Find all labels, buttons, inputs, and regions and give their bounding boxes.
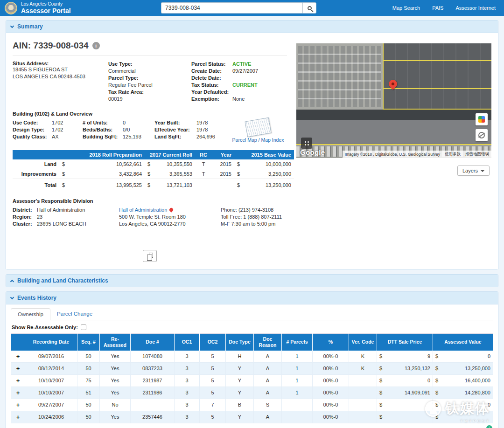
money-cell: $13,995,525: [59, 179, 145, 190]
row-expander-button[interactable]: +: [11, 387, 25, 399]
events-table-body: +09/07/201650Yes107408035HA100%-0K$9$0+0…: [11, 351, 493, 423]
events-cell: S: [254, 399, 282, 411]
copy-row: [13, 250, 287, 262]
field-value: 1978: [196, 120, 208, 125]
money-cell: $9: [377, 351, 433, 363]
field-value: None: [232, 96, 245, 102]
money-value: 13,250,132: [405, 366, 430, 371]
map-road: [296, 110, 491, 120]
field-row: Quality Class:AX: [13, 133, 83, 140]
money-cell: $: [377, 399, 433, 411]
field-value: CURRENT: [232, 82, 258, 88]
events-cell: 50: [77, 351, 100, 363]
map-expand-button[interactable]: [301, 138, 312, 149]
events-cell: [349, 374, 377, 387]
copy-icon: [149, 253, 153, 258]
field-label: Beds/Baths:: [83, 126, 123, 133]
events-cell: Y: [226, 362, 254, 374]
currency-symbol: $: [147, 171, 150, 177]
re-assessable-checkbox[interactable]: [81, 324, 86, 330]
money-cell: $13,250,000: [433, 362, 493, 374]
roll-col-empty: [13, 150, 59, 159]
row-expander-button[interactable]: +: [11, 362, 25, 374]
tab-ownership[interactable]: Ownership: [11, 308, 50, 320]
google-maps-icon: [478, 116, 485, 123]
field-label: Cluster:: [13, 221, 37, 228]
nav-link-assessor-internet[interactable]: Assessor Internet: [455, 5, 496, 11]
row-expander-button[interactable]: +: [11, 374, 25, 387]
nav-link-map-search[interactable]: Map Search: [392, 5, 420, 11]
events-cell: [349, 387, 377, 399]
field-row: Parcel Status:ACTIVE: [191, 61, 287, 68]
map-terms-link[interactable]: 使用条款: [445, 152, 461, 157]
info-icon[interactable]: [92, 42, 100, 49]
events-cell: [131, 399, 175, 411]
parcel-boundary-line: [383, 60, 491, 61]
tab-parcel-change[interactable]: Parcel Change: [50, 308, 99, 320]
events-header-oc2: OC2: [200, 334, 226, 351]
chevron-up-icon: [10, 279, 14, 283]
row-expander-button[interactable]: +: [11, 399, 25, 411]
parcel-map[interactable]: Google Imagery ©2018 , DigitalGlobe, U.S…: [296, 43, 491, 158]
row-expander-button[interactable]: +: [11, 351, 25, 363]
events-cell: [349, 399, 377, 411]
map-tilt-button[interactable]: [476, 129, 488, 141]
layers-button[interactable]: Layers: [457, 166, 490, 176]
map-building-roof: [383, 43, 491, 110]
building-land-title: Building and Land Characteristics: [17, 277, 108, 284]
events-row: +09/27/200750No37BS00%-0$$0: [11, 399, 493, 411]
rc-cell: T: [195, 169, 212, 179]
events-cell: 5: [200, 374, 226, 387]
field-label: Parcel Status:: [191, 61, 232, 68]
google-logo: Google: [300, 148, 325, 156]
money-cell: $3,365,553: [145, 169, 195, 179]
chevron-down-icon: [10, 24, 14, 28]
field-value: 264,696: [196, 134, 215, 139]
copy-button[interactable]: [143, 250, 157, 262]
events-cell: No: [100, 399, 131, 411]
field-row: Create Date:09/27/2007: [191, 68, 287, 75]
events-header-parcels: # Parcels: [282, 334, 313, 351]
field-row: Delete Date:: [191, 75, 287, 82]
money-cell: $10,000,000: [234, 159, 294, 169]
nav-link-pais[interactable]: PAIS: [432, 5, 443, 11]
filter-row: Show Re-Assessable Only:: [11, 320, 493, 333]
office-link[interactable]: Hall of Administration: [119, 207, 167, 213]
money-cell: $13,250,132: [377, 362, 433, 374]
events-history-section-header[interactable]: Events History: [6, 292, 498, 304]
events-tabs: Ownership Parcel Change: [11, 307, 493, 320]
events-cell: A: [254, 387, 282, 399]
table-info-icon[interactable]: [486, 425, 492, 428]
field-row: District:Hall of Administration: [13, 207, 119, 214]
events-cell: 00%-0: [313, 362, 349, 374]
rc-cell: T: [195, 159, 212, 169]
brand-county: Los Angeles County: [21, 1, 71, 7]
field-row: # of Units:0: [83, 119, 154, 126]
building-land-section-header[interactable]: Building and Land Characteristics: [6, 275, 498, 287]
field-value: 09/27/2007: [232, 68, 258, 74]
search-button[interactable]: [302, 2, 316, 14]
money-cell: $3,250,000: [234, 169, 294, 179]
search-input[interactable]: [161, 2, 302, 14]
search-icon: [308, 6, 312, 10]
field-row: Beds/Baths:0/0: [83, 126, 154, 133]
field-label: Exemption:: [191, 96, 232, 103]
google-maps-button[interactable]: [476, 113, 488, 125]
money-value: 9: [427, 353, 430, 359]
division-block: District:Hall of AdministrationRegion:23…: [13, 207, 287, 228]
row-expander-button[interactable]: +: [11, 411, 25, 423]
events-cell: 09/07/2016: [25, 351, 77, 363]
money-cell: $16,400,000: [433, 374, 493, 387]
summary-section-header[interactable]: Summary: [6, 21, 498, 33]
events-cell: 75: [77, 374, 100, 387]
events-header-recording-date: Recording Date: [25, 334, 77, 351]
events-cell: A: [254, 351, 282, 363]
map-report-link[interactable]: 报告地图错误: [465, 152, 489, 157]
events-cell: 3: [175, 399, 200, 411]
parcel-fields: Situs Address: 18455 S FIGUEROA ST LOS A…: [13, 61, 287, 103]
parcel-map-link[interactable]: Parcel Map / Map Index: [232, 137, 284, 143]
events-table-head-row: Recording DateSeq. #Re-AssessedDoc #OC1O…: [11, 334, 493, 351]
parcel-boundary-line: [383, 109, 491, 110]
parcel-type-value: Regular Fee Parcel: [108, 82, 191, 89]
events-cell: Yes: [100, 411, 131, 423]
